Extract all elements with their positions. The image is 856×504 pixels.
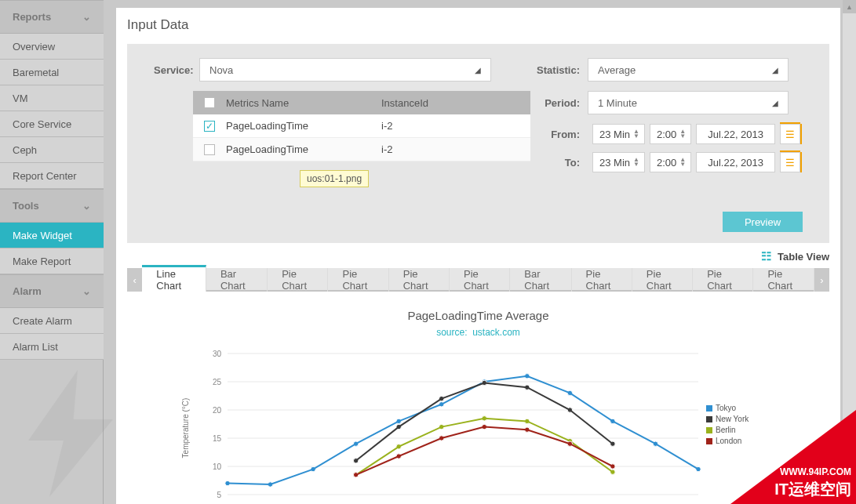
svg-text:25: 25 (212, 378, 221, 386)
nav-item-overview[interactable]: Overview (0, 34, 104, 60)
watermark-text: WWW.94IP.COM IT运维空间 (774, 466, 851, 499)
tab-pie-chart[interactable]: Pie Chart (389, 268, 450, 292)
nav-item-ceph[interactable]: Ceph (0, 137, 104, 163)
to-minute-stepper[interactable]: 23 Min ▲▼ (592, 152, 645, 172)
svg-rect-49 (706, 416, 712, 422)
metrics-table-header: Metrics Name InstanceId (193, 91, 530, 114)
calendar-icon: ☰ (785, 129, 795, 140)
to-hour-stepper[interactable]: 2:00 ▲▼ (650, 152, 691, 172)
nav-item-make-report[interactable]: Make Report (0, 248, 104, 274)
from-calendar-button[interactable]: ☰ (780, 124, 800, 144)
statistic-dropdown[interactable]: Average ◢ (588, 58, 789, 82)
tab-pie-chart[interactable]: Pie Chart (753, 268, 814, 292)
svg-text:5: 5 (217, 491, 221, 499)
row-checkbox[interactable]: ✓ (204, 121, 215, 132)
instance-id: i-2 (381, 120, 530, 132)
nav-item-create-alarm[interactable]: Create Alarm (0, 308, 104, 334)
chevron-down-icon: ⌄ (82, 200, 91, 212)
tab-pie-chart[interactable]: Pie Chart (450, 268, 510, 292)
period-dropdown[interactable]: 1 Minute ◢ (588, 91, 789, 114)
service-dropdown[interactable]: Nova ◢ (199, 58, 491, 82)
tab-bar-chart[interactable]: Bar Chart (206, 268, 268, 292)
chart-source[interactable]: source: ustack.com (143, 327, 814, 338)
service-label: Service: (154, 64, 199, 76)
tab-pie-chart[interactable]: Pie Chart (328, 268, 388, 292)
nav-group-tools[interactable]: Tools ⌄ (0, 189, 104, 223)
nav-group-label: Tools (13, 200, 39, 212)
statistic-value: Average (598, 64, 636, 76)
period-label: Period: (536, 97, 588, 109)
tab-pie-chart[interactable]: Pie Chart (693, 268, 753, 292)
list-icon: ☷ (761, 249, 771, 263)
metrics-table: Metrics Name InstanceId ✓ PageLoadingTim… (193, 91, 530, 161)
nav-item-vm[interactable]: VM (0, 85, 104, 111)
svg-marker-0 (28, 370, 113, 497)
nav-item-core-service[interactable]: Core Service (0, 111, 104, 137)
svg-text:15: 15 (212, 434, 221, 443)
nav-group-reports[interactable]: Reports ⌄ (0, 0, 104, 34)
preview-button[interactable]: Preview (723, 212, 803, 232)
scroll-up-button[interactable]: ▲ (843, 0, 856, 13)
page-title: Input Data (116, 8, 840, 44)
tab-pie-chart[interactable]: Pie Chart (632, 268, 693, 292)
from-hour-stepper[interactable]: 2:00 ▲▼ (650, 124, 691, 144)
select-all-checkbox[interactable] (204, 97, 215, 108)
input-data-panel: Service: Nova ◢ Metrics Name InstanceId … (127, 44, 829, 243)
chart-tab-strip: ‹ Line Chart Bar Chart Pie Chart Pie Cha… (127, 268, 829, 292)
nav-item-report-center[interactable]: Report Center (0, 163, 104, 189)
chevron-down-icon: ⌄ (82, 285, 91, 297)
table-row[interactable]: PageLoadingTime i-2 (193, 138, 530, 161)
left-sidebar: Reports ⌄ Overview Baremetal VM Core Ser… (0, 0, 104, 504)
calendar-icon: ☰ (785, 157, 795, 169)
to-label: To: (536, 157, 588, 169)
svg-text:30: 30 (212, 350, 221, 358)
tabs-next-button[interactable]: › (814, 268, 829, 292)
metric-name: PageLoadingTime (226, 143, 381, 155)
tab-line-chart[interactable]: Line Chart (142, 265, 206, 292)
svg-text:10: 10 (212, 462, 221, 471)
tab-pie-chart[interactable]: Pie Chart (572, 268, 632, 292)
table-view-link[interactable]: ☷ Table View (116, 243, 840, 268)
instance-id: i-2 (381, 143, 530, 155)
from-label: From: (536, 129, 588, 140)
nav-item-alarm-list[interactable]: Alarm List (0, 334, 104, 360)
col-metrics-name: Metrics Name (226, 97, 381, 109)
svg-text:Temperature (°C): Temperature (°C) (181, 398, 190, 459)
svg-text:20: 20 (212, 406, 221, 415)
tab-bar-chart[interactable]: Bar Chart (510, 268, 571, 292)
nav-item-baremetal[interactable]: Baremetal (0, 60, 104, 85)
svg-rect-53 (706, 438, 712, 444)
to-date[interactable]: Jul.22, 2013 (696, 152, 775, 172)
table-row[interactable]: ✓ PageLoadingTime i-2 (193, 114, 530, 138)
tabs-prev-button[interactable]: ‹ (127, 268, 142, 292)
col-instance-id: InstanceId (381, 97, 530, 109)
service-value: Nova (209, 64, 233, 76)
dropdown-triangle-icon: ◢ (475, 66, 481, 74)
nav-group-label: Reports (13, 11, 51, 23)
chevron-down-icon: ⌄ (82, 11, 91, 23)
file-tooltip: uos:01-1.png (300, 170, 369, 187)
chart-area: PageLoadingTime Average source: ustack.c… (127, 292, 829, 504)
nav-group-label: Alarm (13, 285, 42, 297)
dropdown-triangle-icon: ◢ (772, 99, 778, 107)
nav-group-alarm[interactable]: Alarm ⌄ (0, 274, 104, 308)
from-minute-stepper[interactable]: 23 Min ▲▼ (592, 124, 645, 144)
svg-rect-47 (706, 405, 712, 412)
statistic-label: Statistic: (536, 64, 588, 76)
row-checkbox[interactable] (204, 144, 215, 155)
metric-name: PageLoadingTime (226, 120, 381, 132)
svg-rect-51 (706, 427, 712, 433)
chart-title: PageLoadingTime Average (143, 309, 814, 322)
to-calendar-button[interactable]: ☰ (780, 152, 800, 172)
from-date[interactable]: Jul.22, 2013 (696, 124, 775, 144)
nav-item-make-widget[interactable]: Make Widget (0, 223, 104, 248)
period-value: 1 Minute (598, 97, 637, 109)
tab-pie-chart[interactable]: Pie Chart (268, 268, 328, 292)
line-chart: 51015202530Temperature (°C)TokyoNew York… (173, 346, 785, 504)
dropdown-triangle-icon: ◢ (772, 66, 778, 74)
